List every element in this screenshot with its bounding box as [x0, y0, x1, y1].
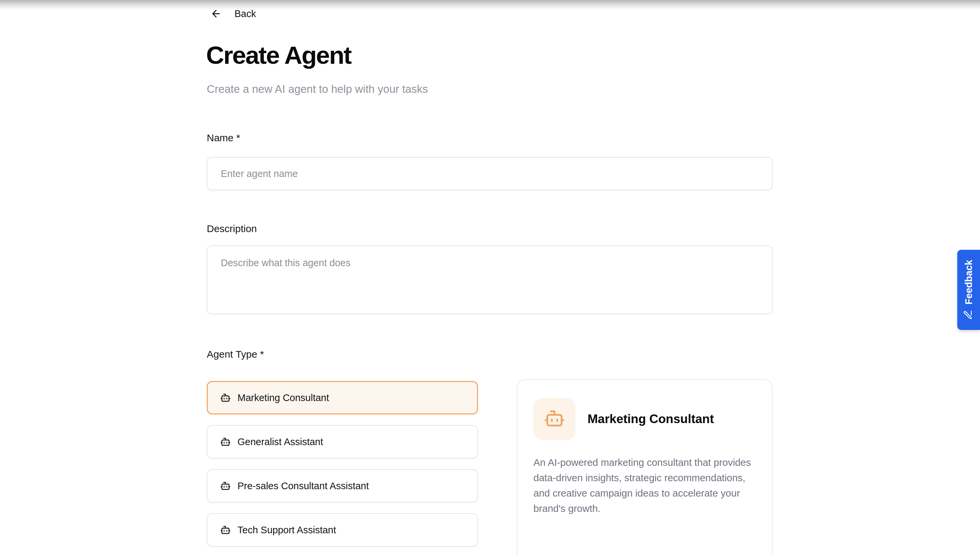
page-title: Create Agent	[206, 41, 351, 69]
agent-type-label: Agent Type *	[207, 349, 264, 360]
top-shadow-divider	[0, 0, 980, 10]
agent-description-textarea[interactable]	[207, 245, 773, 314]
bot-icon	[220, 392, 231, 403]
page-subtitle: Create a new AI agent to help with your …	[207, 83, 428, 96]
agent-type-option-marketing-consultant[interactable]: Marketing Consultant	[207, 381, 478, 414]
pencil-icon	[963, 310, 974, 320]
agent-type-option-pre-sales-consultant-assistant[interactable]: Pre-sales Consultant Assistant	[207, 469, 478, 502]
create-agent-page: Back Create Agent Create a new AI agent …	[0, 0, 980, 555]
bot-icon	[220, 436, 231, 447]
arrow-left-icon	[210, 8, 222, 19]
agent-name-input[interactable]	[207, 157, 773, 190]
detail-card-description: An AI-powered marketing consultant that …	[533, 455, 755, 516]
feedback-tab-inner: Feedback	[963, 260, 974, 320]
back-button[interactable]: Back	[210, 8, 256, 19]
bot-icon	[220, 525, 231, 535]
option-label: Generalist Assistant	[237, 436, 323, 448]
bot-icon	[544, 408, 565, 430]
bot-icon	[220, 481, 231, 491]
agent-type-options: Marketing Consultant Generalist Assistan…	[207, 381, 478, 547]
feedback-label: Feedback	[963, 260, 974, 305]
name-label: Name *	[207, 132, 240, 144]
feedback-tab[interactable]: Feedback	[957, 250, 980, 330]
agent-type-option-generalist-assistant[interactable]: Generalist Assistant	[207, 425, 478, 459]
description-label: Description	[207, 223, 257, 234]
agent-type-option-tech-support-assistant[interactable]: Tech Support Assistant	[207, 513, 478, 547]
option-label: Marketing Consultant	[237, 392, 329, 403]
bot-icon-box	[533, 398, 576, 440]
detail-card-header: Marketing Consultant	[533, 398, 756, 440]
option-label: Pre-sales Consultant Assistant	[237, 481, 369, 492]
back-label: Back	[234, 8, 256, 19]
option-label: Tech Support Assistant	[237, 525, 336, 536]
detail-card-title: Marketing Consultant	[587, 412, 714, 426]
agent-type-detail-card: Marketing Consultant An AI-powered marke…	[517, 379, 773, 555]
